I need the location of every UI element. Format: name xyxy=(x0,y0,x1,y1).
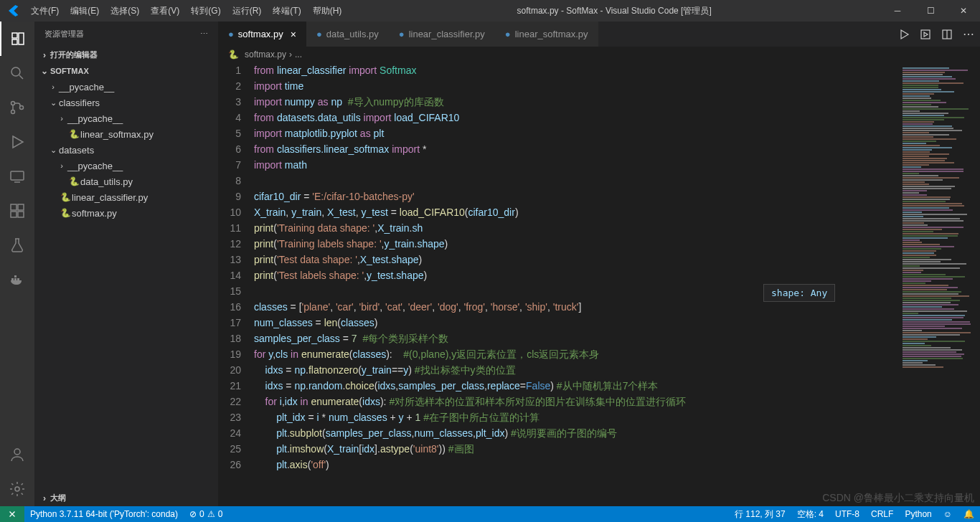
svg-point-3 xyxy=(20,106,24,110)
file-item[interactable]: 🐍data_utils.py xyxy=(34,174,218,189)
vscode-logo-icon xyxy=(0,5,25,16)
more-actions-icon[interactable]: ⋯ xyxy=(963,27,974,41)
folder-item[interactable]: ⌄classifiers xyxy=(34,95,218,110)
explorer-icon[interactable] xyxy=(0,22,34,56)
status-problems[interactable]: ⊘0⚠0 xyxy=(184,509,228,519)
status-language[interactable]: Python xyxy=(899,509,937,519)
status-encoding[interactable]: UTF-8 xyxy=(829,509,865,519)
menu-go[interactable]: 转到(G) xyxy=(185,5,226,17)
editor-tab[interactable]: ●data_utils.py xyxy=(306,22,389,47)
breadcrumb-file[interactable]: softmax.py xyxy=(245,49,286,60)
watermark: CSDN @鲁棒最小二乘支持向量机 xyxy=(822,492,974,505)
status-spaces[interactable]: 空格: 4 xyxy=(791,508,829,521)
folder-item[interactable]: ›__pycache__ xyxy=(34,79,218,95)
source-control-icon[interactable] xyxy=(0,90,34,125)
status-cursor[interactable]: 行 112, 列 37 xyxy=(729,508,791,521)
menu-file[interactable]: 文件(F) xyxy=(25,5,65,17)
run-cell-icon[interactable] xyxy=(920,29,931,40)
window-title: softmax.py - SoftMax - Visual Studio Cod… xyxy=(347,5,881,17)
folder-item[interactable]: ⌄datasets xyxy=(34,142,218,158)
svg-point-1 xyxy=(11,102,15,105)
accounts-icon[interactable] xyxy=(0,437,34,472)
svg-rect-8 xyxy=(18,212,24,217)
svg-rect-9 xyxy=(11,278,14,280)
folder-item[interactable]: ›__pycache__ xyxy=(34,158,218,174)
window-maximize-button[interactable]: ☐ xyxy=(914,0,947,22)
file-item[interactable]: 🐍linear_classifier.py xyxy=(34,189,218,205)
svg-rect-4 xyxy=(11,171,24,180)
status-notifications-icon[interactable]: 🔔 xyxy=(958,509,980,519)
outline-section[interactable]: ›大纲 xyxy=(34,490,218,506)
svg-rect-6 xyxy=(18,204,24,210)
folder-section[interactable]: ⌄SOFTMAX xyxy=(34,63,218,79)
editor-tabs: ●softmax.py×●data_utils.py●linear_classi… xyxy=(218,22,980,47)
menu-select[interactable]: 选择(S) xyxy=(105,5,145,17)
menu-help[interactable]: 帮助(H) xyxy=(307,5,348,17)
sidebar-more-icon[interactable]: ⋯ xyxy=(200,29,208,39)
svg-point-14 xyxy=(15,487,19,491)
editor-tab[interactable]: ●linear_softmax.py xyxy=(495,22,598,47)
editor-tab[interactable]: ●softmax.py× xyxy=(218,22,306,47)
remote-explorer-icon[interactable] xyxy=(0,159,34,194)
open-editors-section[interactable]: ›打开的编辑器 xyxy=(34,47,218,63)
menu-bar: 文件(F) 编辑(E) 选择(S) 查看(V) 转到(G) 运行(R) 终端(T… xyxy=(25,5,347,17)
window-minimize-button[interactable]: ─ xyxy=(881,0,914,22)
status-bar: Python 3.7.11 64-bit ('PyTorch': conda) … xyxy=(0,506,980,522)
status-feedback-icon[interactable]: ☺ xyxy=(938,509,958,519)
split-editor-icon[interactable] xyxy=(941,29,953,40)
status-eol[interactable]: CRLF xyxy=(865,509,899,519)
file-item[interactable]: 🐍linear_softmax.py xyxy=(34,126,218,142)
settings-icon[interactable] xyxy=(0,472,34,506)
folder-item[interactable]: ›__pycache__ xyxy=(34,110,218,126)
window-close-button[interactable]: ✕ xyxy=(947,0,980,22)
menu-run[interactable]: 运行(R) xyxy=(227,5,268,17)
menu-edit[interactable]: 编辑(E) xyxy=(65,5,105,17)
hover-tooltip: shape: Any xyxy=(763,284,835,302)
python-file-icon: 🐍 xyxy=(228,49,239,60)
minimap[interactable] xyxy=(901,62,980,506)
search-icon[interactable] xyxy=(0,56,34,90)
svg-rect-15 xyxy=(921,30,930,39)
status-interpreter[interactable]: Python 3.7.11 64-bit ('PyTorch': conda) xyxy=(24,509,184,519)
svg-rect-7 xyxy=(11,212,17,217)
svg-rect-12 xyxy=(14,275,17,277)
svg-point-0 xyxy=(11,67,20,76)
editor-tab[interactable]: ●linear_classifier.py xyxy=(389,22,495,47)
breadcrumbs[interactable]: 🐍 softmax.py › ... xyxy=(218,47,980,62)
run-button-icon[interactable] xyxy=(898,29,910,40)
svg-rect-10 xyxy=(14,278,17,280)
menu-terminal[interactable]: 终端(T) xyxy=(267,5,306,17)
svg-point-2 xyxy=(11,110,15,114)
extensions-icon[interactable] xyxy=(0,194,34,228)
remote-indicator[interactable] xyxy=(0,506,24,522)
file-tree: ›__pycache__⌄classifiers›__pycache__🐍lin… xyxy=(34,79,218,490)
editor-area: ●softmax.py×●data_utils.py●linear_classi… xyxy=(218,22,980,506)
sidebar: 资源管理器⋯ ›打开的编辑器 ⌄SOFTMAX ›__pycache__⌄cla… xyxy=(34,22,218,506)
activity-bar xyxy=(0,22,34,506)
svg-point-13 xyxy=(14,449,20,455)
sidebar-title: 资源管理器 xyxy=(44,29,200,39)
file-item[interactable]: 🐍softmax.py xyxy=(34,205,218,221)
run-debug-icon[interactable] xyxy=(0,125,34,159)
testing-icon[interactable] xyxy=(0,228,34,262)
svg-rect-11 xyxy=(17,278,19,280)
docker-icon[interactable] xyxy=(0,262,34,297)
menu-view[interactable]: 查看(V) xyxy=(145,5,185,17)
breadcrumb-more[interactable]: ... xyxy=(295,49,302,60)
svg-rect-5 xyxy=(11,204,17,210)
title-bar: 文件(F) 编辑(E) 选择(S) 查看(V) 转到(G) 运行(R) 终端(T… xyxy=(0,0,980,22)
